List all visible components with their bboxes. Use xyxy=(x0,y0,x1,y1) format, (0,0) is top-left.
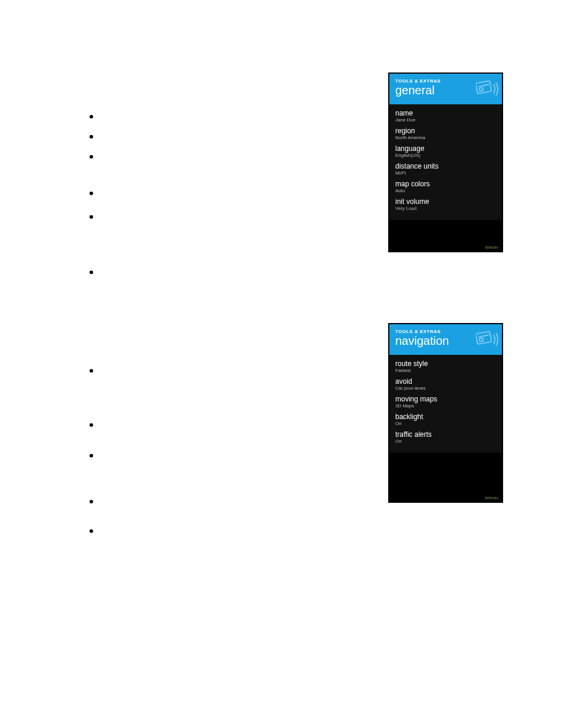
setting-row[interactable]: backlight On xyxy=(395,413,496,427)
brand-footer: telenav xyxy=(485,245,498,249)
setting-label: route style xyxy=(395,360,496,368)
svg-rect-3 xyxy=(476,331,491,344)
setting-row[interactable]: moving maps 3D Maps xyxy=(395,395,496,409)
svg-rect-0 xyxy=(476,81,491,94)
bullet-item xyxy=(90,369,93,373)
setting-value: Very Loud xyxy=(395,206,496,212)
phone-screenshot-navigation: TOOLS & EXTRAS navigation route style Fa… xyxy=(388,323,503,503)
setting-row[interactable]: language English(US) xyxy=(395,144,496,159)
setting-value: On xyxy=(395,421,496,427)
setting-value: North America xyxy=(395,135,496,141)
setting-label: language xyxy=(395,144,496,153)
setting-row[interactable]: region North America xyxy=(395,127,496,141)
setting-row[interactable]: distance units Mi/Ft xyxy=(395,162,496,176)
card-speak-icon xyxy=(476,329,501,350)
bullet-item xyxy=(90,423,93,427)
bullet-item xyxy=(90,500,93,503)
svg-rect-2 xyxy=(480,88,484,91)
bullet-item xyxy=(90,271,93,274)
setting-label: map colors xyxy=(395,180,496,188)
setting-row[interactable]: init volume Very Loud xyxy=(395,197,496,212)
setting-value: Mi/Ft xyxy=(395,170,496,176)
setting-row[interactable]: route style Fastest xyxy=(395,360,496,374)
setting-label: name xyxy=(395,109,496,117)
bullet-item xyxy=(90,529,93,533)
brand-footer: telenav xyxy=(485,496,498,500)
phone-header: TOOLS & EXTRAS navigation xyxy=(389,324,502,355)
bullet-item xyxy=(90,192,93,195)
setting-row[interactable]: avoid Car pool lanes xyxy=(395,377,496,391)
setting-label: distance units xyxy=(395,162,496,170)
setting-value: English(US) xyxy=(395,153,496,159)
setting-label: moving maps xyxy=(395,395,496,403)
phone-body: name Jane Doe region North America langu… xyxy=(389,104,502,220)
setting-label: avoid xyxy=(395,377,496,386)
phone-header: TOOLS & EXTRAS general xyxy=(389,74,502,104)
setting-value: Fastest xyxy=(395,368,496,374)
setting-row[interactable]: map colors Auto xyxy=(395,180,496,194)
setting-row[interactable]: traffic alerts On xyxy=(395,430,496,444)
bullet-item xyxy=(90,454,93,457)
svg-line-1 xyxy=(478,84,489,87)
bullet-item xyxy=(90,155,93,159)
setting-label: region xyxy=(395,127,496,135)
setting-value: On xyxy=(395,439,496,444)
setting-value: 3D Maps xyxy=(395,403,496,409)
setting-label: traffic alerts xyxy=(395,430,496,439)
setting-value: Car pool lanes xyxy=(395,386,496,391)
bullet-item xyxy=(90,135,93,139)
svg-line-4 xyxy=(478,335,489,337)
bullet-item xyxy=(90,115,93,118)
page: TOOLS & EXTRAS general name Jane Doe reg… xyxy=(0,0,562,728)
card-speak-icon xyxy=(476,78,501,100)
setting-value: Jane Doe xyxy=(395,117,496,123)
svg-rect-5 xyxy=(480,338,484,342)
setting-row[interactable]: name Jane Doe xyxy=(395,109,496,123)
phone-screenshot-general: TOOLS & EXTRAS general name Jane Doe reg… xyxy=(388,73,503,252)
setting-label: init volume xyxy=(395,197,496,206)
setting-label: backlight xyxy=(395,413,496,421)
phone-body: route style Fastest avoid Car pool lanes… xyxy=(389,355,502,453)
bullet-item xyxy=(90,215,93,219)
setting-value: Auto xyxy=(395,188,496,194)
